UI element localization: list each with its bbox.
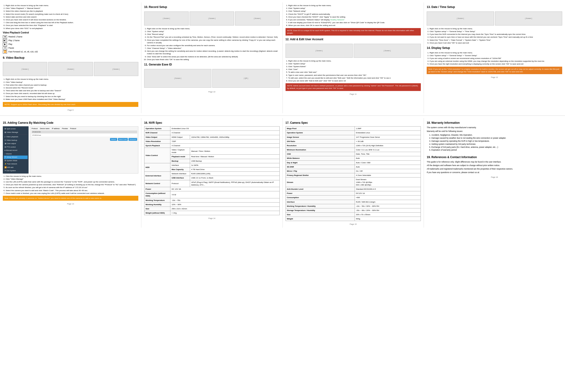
spec-value: > 39.1dB — [355, 139, 420, 143]
display-step: If you are using an external monitor usi… — [430, 60, 562, 62]
spec-value: 1x SATA — [190, 163, 279, 167]
camera-row1-ip: 172.20.14.33 — [32, 131, 41, 133]
display-step: Right click on the mouse to bring up the… — [430, 51, 562, 54]
spec-label: Synch-Playback — [144, 143, 170, 148]
spec-value: 720P — [170, 139, 279, 143]
page9-number: Page 9 — [3, 109, 138, 111]
playback-control-ff: ⏩ Fast Forward x2, x4, x8, x16, x32 — [3, 50, 138, 54]
spec-label: HDD — [144, 163, 170, 171]
step-item: When your done click "ESC" to exit playb… — [6, 27, 138, 30]
network-step: When you are done, click OK to save the … — [288, 24, 421, 27]
cam-spec-row: Privacy Regional Shelter 4 Zone Selectab… — [286, 173, 421, 178]
add-cam-step: Use the LAN (CAT5) cable that came with … — [6, 181, 138, 183]
page14-number: Page 14 — [144, 217, 280, 220]
network-step: If you are connected, "Network Status" w… — [288, 18, 421, 21]
note-admin: NOTE: Admin account does not have a defa… — [286, 83, 421, 91]
screenshot2: [ Screen ] — [48, 62, 93, 76]
warranty-text: The system comes with 90-day manufacture… — [427, 126, 562, 129]
user-step: Click "System Admin" — [288, 65, 421, 68]
spec-value: Embedded Linux — [355, 131, 420, 135]
record-setup-title: 10. Record Setup — [144, 5, 280, 9]
page14-column: 16. NVR Spec Operation System Embedded L… — [141, 118, 283, 227]
camera-ui-mock: ⊞ Split screen ▤ Video Manage ▷ Video pl… — [3, 126, 138, 174]
esee-id-title: 11. Generate Esee ID — [144, 63, 280, 67]
spec-value: USB 2.0 1x Front, 1x Back — [190, 176, 279, 180]
datetime-step: Once you have it set click "OK" to save … — [430, 42, 562, 44]
page16-number: Page 16 — [427, 176, 562, 179]
nvr-spec-row: Operation System Embedded Linux OS — [144, 126, 279, 131]
user-ss2: [ Screen ] — [354, 44, 421, 58]
backup-step: Third select the date and time you like … — [6, 89, 138, 92]
bottom-section: 15. Adding Camera By Matching Code ⊞ Spl… — [0, 116, 565, 230]
spec-label: Power — [286, 191, 355, 196]
match-code-button[interactable]: Match Code — [118, 138, 128, 141]
sidebar-wifi-add: 📶 Wifi add — [4, 166, 28, 169]
spec-label: 3D-DNR — [286, 165, 355, 169]
references-title: 19. References & Contact Information — [427, 155, 562, 159]
spec-value: UPnP (Plug & Play), SMTP (Email Notifica… — [190, 180, 279, 187]
spec-value: Standard IEC61000-4-5 — [355, 187, 420, 191]
user-step: Click "User" — [288, 68, 421, 71]
camera-row2: 172.20.14.xxx — [32, 134, 137, 137]
spec-value: 258 x 210 x 42mm — [170, 207, 279, 211]
warranty-item-3: Damage caused by operating the NVR in hi… — [431, 140, 562, 143]
display-step: Once you have the right resolution and e… — [430, 63, 562, 65]
step-item: Once you have click search it will show … — [6, 18, 138, 21]
step-item: Once you have selected the time click "P… — [6, 24, 138, 27]
nvr-spec-row: Network Control Protocol UPnP (Plug & Pl… — [144, 180, 279, 187]
spec-value: 1280 x 720 (16:9) High Definition — [355, 143, 420, 148]
spec-value: <6W — [355, 196, 420, 200]
cam-spec-row: 3D-DNR Auto — [286, 165, 421, 169]
sidebar-fast-network: ⚡ Fast network — [4, 162, 28, 166]
page12-column: 13. Date / Time Setup [ Screen ] [ Scree… — [424, 2, 565, 113]
spec-label: Resolution — [286, 143, 355, 148]
rewind-icon: ⏮ — [3, 35, 7, 39]
add-cam-step: Click "Video Manage" — [6, 178, 138, 180]
cam-spec-row: Consumption <6W — [286, 196, 421, 200]
spec-value: USB Backup — [190, 159, 279, 163]
spec-label: Size — [144, 207, 170, 211]
display-step: Click "System setup" > "General Setup" >… — [430, 54, 562, 57]
spec-label: Weight — [286, 217, 355, 221]
spec-label: Mirror / Flip — [286, 169, 355, 173]
spec-sublabel: Network Interface — [170, 172, 190, 176]
step-item: Click "Video Playback" > "Manual Search" — [6, 7, 138, 10]
nvr-spec-row: Video Output HDMI Output 1024x768, 1366x… — [144, 135, 279, 139]
datetime-step: Select the "Time Zone" > "Date Format" >… — [430, 39, 562, 42]
camera-panel-header: Protocol Device name IP address Preview … — [32, 127, 137, 130]
user-account-title: 12. Add & Edit User Account — [286, 37, 421, 42]
page-container: Right click on the mouse to bring up the… — [0, 0, 565, 230]
spec-value: Auto — [355, 165, 420, 169]
spec-label: External Interface — [144, 172, 170, 180]
panel-protocol-label: Protocol — [32, 128, 38, 129]
advanced-button[interactable]: Advanced — [129, 138, 137, 141]
refresh-button[interactable]: Refresh — [110, 138, 117, 141]
spec-label: NVR Channel — [144, 131, 170, 135]
cam-spec-row: White Balance Auto — [286, 156, 421, 160]
spec-label: Mega Pixel — [286, 126, 355, 131]
backup-step: Second select the "Record mode" — [6, 86, 138, 89]
spec-value: -10c ~ 55c — [170, 198, 279, 202]
spec-label: Day & Night — [286, 160, 355, 165]
datetime-title: 13. Date / Time Setup — [427, 5, 562, 9]
add-cam-step: Click the mouse to bring up the main men… — [6, 175, 138, 178]
cam-spec-row: Mega Pixel 1.0MP — [286, 126, 421, 131]
spec-label: Working Temperature — [144, 198, 170, 202]
playback-control-play: ▶ Play — [3, 43, 138, 46]
datetime-step: Right click on the mouse to bring up the… — [430, 27, 562, 30]
spec-value: Auto / Color / BW — [355, 160, 420, 165]
spec-label: Minimum Illumination — [286, 148, 355, 152]
playback-control-frame: ▶| Play 1 frame — [3, 39, 138, 42]
play-frame-icon: ▶| — [3, 39, 7, 42]
record-ss2: [ Screen ] — [189, 12, 234, 26]
network-step: It will now display your Esee ID next to… — [288, 21, 421, 24]
playback-control-pause: ⏸ Pause — [3, 47, 138, 50]
add-cam-step: Select the camera you want to add and cl… — [6, 189, 138, 192]
screenshot1: [ Screen ] — [3, 62, 47, 76]
spec-value: 1024x768, 1366x768, 1440x900, 1920x1080p — [190, 135, 279, 139]
step-item: Select the record mode (To search everyt… — [6, 13, 138, 15]
sidebar-ptz: ⊕ PTZ control — [4, 145, 28, 149]
play-label: Play — [8, 43, 12, 46]
record-step: Click "Channel Setup" > "Video detection… — [147, 47, 280, 50]
datetime-step: Click "System setup" > "General Setup" >… — [430, 30, 562, 33]
